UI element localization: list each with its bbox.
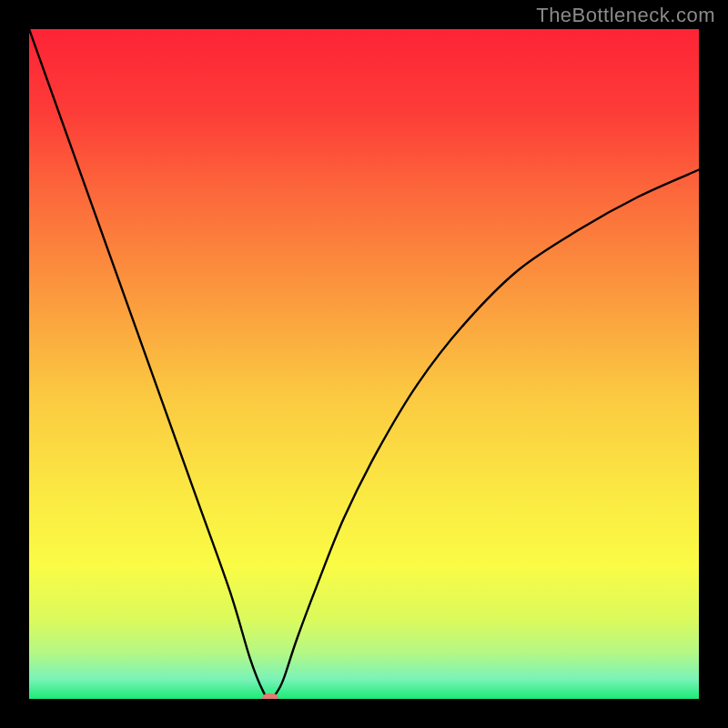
chart-svg	[29, 29, 699, 699]
optimal-point-marker	[262, 693, 278, 699]
watermark-text: TheBottleneck.com	[536, 4, 715, 27]
plot-area	[29, 29, 699, 699]
chart-frame: TheBottleneck.com	[0, 0, 728, 728]
chart-background-gradient	[29, 29, 699, 699]
